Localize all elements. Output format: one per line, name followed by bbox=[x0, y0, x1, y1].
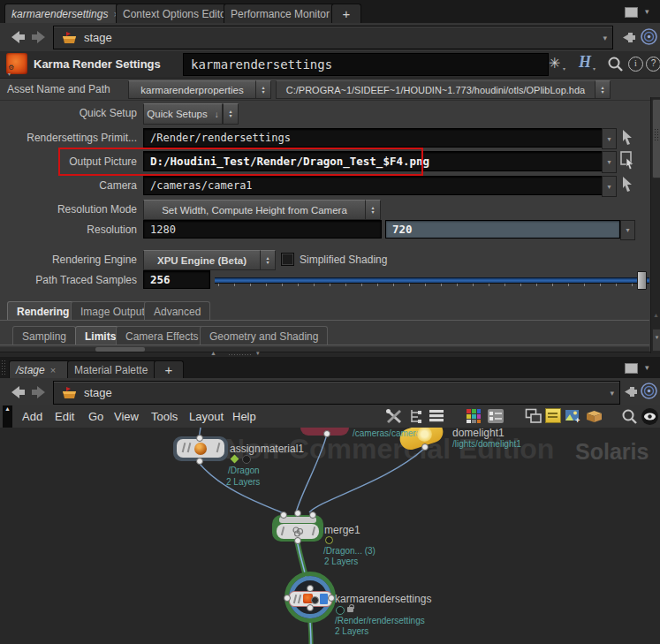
karma-flag-icon[interactable] bbox=[336, 606, 345, 615]
tab-advanced[interactable]: Advanced bbox=[144, 301, 210, 321]
pane1-scrollbar-thumb[interactable] bbox=[652, 99, 660, 178]
tab-karmarendersettings[interactable]: karmarendersettings × bbox=[4, 4, 128, 23]
asset-name-spinner[interactable]: ▴▾ bbox=[255, 80, 271, 99]
close-icon[interactable]: × bbox=[50, 366, 56, 375]
tab-geometry-and-shading[interactable]: Geometry and Shading bbox=[200, 326, 328, 345]
tab-image-output[interactable]: Image Output bbox=[71, 301, 155, 321]
karma-left-dot[interactable] bbox=[284, 595, 291, 602]
pane-menu-arrow-icon[interactable]: ▾ bbox=[645, 7, 649, 16]
file-chooser-icon[interactable] bbox=[619, 151, 636, 170]
tree-view-icon[interactable] bbox=[409, 408, 424, 425]
network-editor[interactable]: Non-Commercial Edition Solaris /cameras/… bbox=[0, 428, 660, 644]
node-name-input[interactable]: karmarendersettings bbox=[183, 53, 549, 76]
karma-display-flag-section[interactable] bbox=[320, 594, 328, 604]
back-arrow-icon[interactable] bbox=[9, 384, 27, 400]
pick-camera-arrow-icon[interactable] bbox=[620, 176, 635, 193]
assignmaterial-flag-icon[interactable] bbox=[242, 455, 251, 464]
scrollbar-down-button[interactable]: ▾ bbox=[652, 329, 660, 352]
asset-path-display[interactable]: C:/PROGRA~1/SIDEEF~1/HOUDIN~1.773/houdin… bbox=[276, 80, 596, 99]
link-target-icon[interactable] bbox=[640, 27, 658, 46]
gear-sparkle-icon[interactable]: ✳ bbox=[549, 55, 560, 72]
menu-help[interactable]: Help bbox=[232, 405, 256, 428]
path-dropdown-icon[interactable]: ▾ bbox=[610, 389, 614, 398]
path-traced-samples-input[interactable]: 256 bbox=[143, 270, 210, 289]
menu-layout[interactable]: Layout bbox=[189, 405, 224, 428]
menu-edit[interactable]: Edit bbox=[55, 405, 74, 428]
assignmaterial-node[interactable] bbox=[177, 439, 224, 458]
houdini-help-logo-icon[interactable]: H bbox=[579, 53, 591, 72]
pane1-vertical-scrollbar[interactable]: ▲ ▾ bbox=[650, 97, 660, 353]
color-palette-grid-icon[interactable] bbox=[466, 408, 482, 424]
rendersettings-prim-menu[interactable]: ▾ bbox=[602, 128, 617, 149]
info-icon[interactable]: i bbox=[628, 57, 643, 72]
asset-path-spinner[interactable]: ▴▾ bbox=[595, 80, 611, 99]
simplified-shading-checkbox[interactable] bbox=[281, 253, 294, 266]
menu-add[interactable]: Add bbox=[22, 405, 42, 428]
merge-input-dot-2[interactable] bbox=[294, 510, 301, 517]
camera-input[interactable]: /cameras/camera1 bbox=[143, 176, 603, 195]
tab-performance-monitor[interactable]: Performance Monitor × bbox=[224, 4, 342, 23]
rendersettings-prim-input[interactable]: /Render/rendersettings bbox=[143, 128, 603, 148]
pin-icon[interactable] bbox=[623, 385, 638, 398]
sticky-note-icon[interactable] bbox=[545, 408, 561, 423]
menu-go[interactable]: Go bbox=[88, 405, 103, 428]
gallery-box-icon[interactable] bbox=[585, 408, 603, 424]
background-image-icon[interactable]: + bbox=[565, 408, 581, 424]
slider-handle[interactable] bbox=[637, 271, 647, 290]
merge-output-dot[interactable] bbox=[294, 537, 301, 544]
search-icon[interactable] bbox=[607, 56, 624, 72]
list-view-icon[interactable] bbox=[428, 408, 445, 425]
path-field[interactable]: stage ▾ bbox=[53, 26, 613, 49]
forward-arrow-icon[interactable] bbox=[30, 384, 48, 400]
tab-stage[interactable]: /stage × bbox=[9, 360, 76, 378]
pane-maximize-icon[interactable] bbox=[625, 363, 638, 374]
menu-view[interactable]: View bbox=[114, 405, 139, 428]
tools-icon[interactable] bbox=[385, 408, 403, 425]
output-picture-menu[interactable]: ▾ bbox=[602, 151, 617, 173]
pick-prim-arrow-icon[interactable] bbox=[620, 129, 635, 146]
checkbox-grid-icon[interactable] bbox=[487, 408, 504, 424]
splitter-down-icon[interactable]: ▾ bbox=[256, 350, 260, 357]
merge-flag-icon[interactable] bbox=[325, 536, 333, 544]
assignmaterial-input-dot[interactable] bbox=[196, 435, 203, 442]
resolution-mode-dropdown[interactable]: Set Width, Compute Height from Camera bbox=[143, 200, 366, 220]
karma-input-dot[interactable] bbox=[307, 585, 314, 592]
rendering-engine-spinner[interactable]: ▴▾ bbox=[260, 250, 276, 270]
pin-icon[interactable] bbox=[621, 31, 636, 44]
pane-menu-arrow-icon[interactable]: ▾ bbox=[645, 363, 649, 372]
splitter-up-icon[interactable]: ▲ bbox=[210, 350, 216, 356]
resolution-menu[interactable]: ▾ bbox=[620, 220, 635, 240]
rendering-engine-dropdown[interactable]: XPU Engine (Beta) bbox=[143, 250, 261, 270]
camera-output-dot[interactable] bbox=[323, 430, 330, 437]
windows-layout-icon[interactable] bbox=[525, 408, 542, 424]
tab-material-palette[interactable]: Material Palette × bbox=[67, 360, 166, 378]
path-dropdown-icon[interactable]: ▾ bbox=[603, 34, 607, 42]
help-icon[interactable]: ? bbox=[646, 57, 660, 72]
quick-setups-button[interactable]: Quick Setups ↓ bbox=[143, 103, 223, 125]
pane-maximize-icon[interactable] bbox=[625, 7, 638, 18]
tab-camera-effects[interactable]: Camera Effects bbox=[116, 326, 208, 345]
quick-setup-spinner[interactable]: ▴▾ bbox=[223, 103, 239, 125]
new-tab-button[interactable]: + bbox=[154, 360, 184, 378]
menu-tools[interactable]: Tools bbox=[151, 405, 178, 428]
resolution-width-input[interactable]: 1280 bbox=[143, 220, 382, 239]
merge-input-dot-3[interactable] bbox=[309, 511, 316, 519]
search-icon[interactable] bbox=[621, 408, 638, 425]
karma-right-dot[interactable] bbox=[328, 595, 335, 602]
assignmaterial-output-dot[interactable] bbox=[196, 458, 203, 465]
new-tab-button[interactable]: + bbox=[331, 4, 361, 23]
link-target-icon[interactable] bbox=[640, 382, 658, 400]
tab-context-options-editor[interactable]: Context Options Editor × bbox=[116, 4, 236, 23]
merge-input-dot-1[interactable] bbox=[280, 511, 287, 519]
back-arrow-icon[interactable] bbox=[9, 29, 27, 45]
tab-rendering[interactable]: Rendering bbox=[7, 301, 79, 321]
karma-output-dot[interactable] bbox=[307, 604, 314, 611]
output-picture-input[interactable]: D:/Houdini_Test/Render/Dragon_Test_$F4.p… bbox=[143, 151, 603, 171]
asset-name-dropdown[interactable]: karmarenderproperties bbox=[128, 80, 256, 99]
resolution-height-input[interactable]: 720 bbox=[385, 220, 620, 239]
resolution-mode-spinner[interactable]: ▴▾ bbox=[365, 200, 381, 220]
path-traced-samples-slider[interactable] bbox=[215, 270, 649, 289]
left-mini-scrollbar[interactable]: ▲ bbox=[3, 405, 12, 428]
scrollbar-up-icon[interactable]: ▲ bbox=[653, 312, 659, 318]
tab-sampling[interactable]: Sampling bbox=[12, 326, 76, 345]
